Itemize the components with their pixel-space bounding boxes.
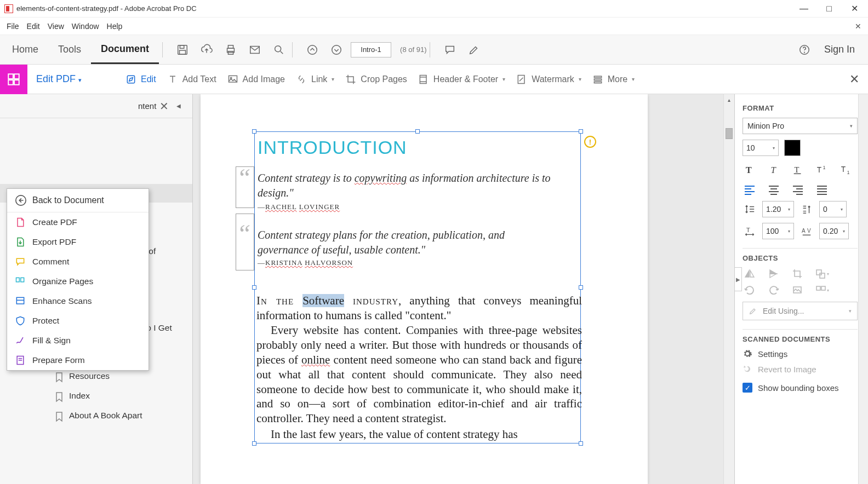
italic-icon[interactable]: T: [767, 164, 781, 176]
rotate-cw-icon[interactable]: [767, 284, 781, 296]
page-input[interactable]: Intro-1: [351, 42, 391, 57]
page-up-icon[interactable]: [302, 40, 322, 60]
align-justify-icon[interactable]: [815, 183, 829, 195]
add-text-tool[interactable]: Add Text: [167, 74, 216, 85]
watermark-tool[interactable]: Watermark▾: [516, 74, 581, 85]
superscript-icon[interactable]: T1: [815, 164, 829, 176]
close-button[interactable]: ✕: [849, 4, 859, 14]
tool-protect[interactable]: Protect: [7, 311, 149, 331]
align-objects-icon[interactable]: ▾: [815, 284, 829, 296]
search-icon[interactable]: [269, 40, 289, 60]
bookmark-item[interactable]: Index: [0, 387, 192, 406]
svg-rect-16: [127, 76, 134, 83]
doc-body[interactable]: In the last few years, the value of cont…: [256, 427, 582, 442]
tab-document[interactable]: Document: [91, 36, 159, 64]
document-close-icon[interactable]: ✕: [855, 22, 861, 31]
main-tabs: Home Tools Document Intro-1 (8 of 91) Si…: [0, 35, 868, 65]
collapse-icon[interactable]: ◀: [176, 103, 181, 109]
replace-image-icon[interactable]: [791, 284, 805, 296]
tool-comment[interactable]: Comment: [7, 252, 149, 272]
tool-fill-sign[interactable]: Fill & Sign: [7, 331, 149, 350]
doc-attribution[interactable]: —KRISTINA HALVORSON: [258, 258, 353, 267]
right-panel-scrollbar[interactable]: [858, 94, 868, 484]
tool-prepare-form[interactable]: Prepare Form: [7, 350, 149, 370]
pdf-page[interactable]: ! INTRODUCTION “ “ Content strategy is t…: [201, 94, 648, 484]
edit-pdf-icon[interactable]: [0, 65, 27, 94]
back-to-document[interactable]: Back to Document: [7, 189, 149, 212]
tab-tools[interactable]: Tools: [48, 36, 91, 63]
tool-create-pdf[interactable]: Create PDF: [7, 212, 149, 232]
revert-to-image-row: Revert to Image: [743, 364, 860, 374]
doc-body[interactable]: In the Software industry, anything that …: [256, 293, 582, 323]
font-family-select[interactable]: Minion Pro▾: [743, 118, 858, 134]
close-edit-panel-icon[interactable]: ✕: [849, 72, 859, 87]
warning-badge-icon[interactable]: !: [584, 136, 596, 148]
align-left-icon[interactable]: [743, 183, 757, 195]
save-icon[interactable]: [173, 40, 192, 60]
crop-object-icon[interactable]: [791, 268, 805, 280]
document-viewport[interactable]: ! INTRODUCTION “ “ Content strategy is t…: [193, 94, 734, 484]
tool-export-pdf[interactable]: Export PDF: [7, 232, 149, 252]
line-spacing-input[interactable]: 1.20▾: [762, 201, 794, 217]
prepare-form-icon: [15, 355, 26, 366]
horiz-scale-input[interactable]: 100▾: [762, 223, 794, 239]
bold-icon[interactable]: T: [743, 164, 757, 176]
menu-help[interactable]: Help: [107, 22, 123, 31]
rotate-ccw-icon[interactable]: [743, 284, 757, 296]
doc-body[interactable]: Every website has content. Companies wit…: [256, 323, 582, 426]
add-image-tool[interactable]: Add Image: [227, 74, 285, 85]
text-color-picker[interactable]: [784, 140, 801, 156]
doc-heading[interactable]: INTRODUCTION: [258, 137, 407, 158]
help-icon[interactable]: [795, 40, 814, 60]
menu-edit[interactable]: Edit: [27, 22, 40, 31]
font-size-input[interactable]: 10▾: [743, 140, 779, 156]
edit-using-select[interactable]: Edit Using... ▾: [743, 302, 858, 320]
tool-organize-pages[interactable]: Organize Pages: [7, 272, 149, 291]
arrange-icon[interactable]: ▾: [815, 268, 829, 280]
header-footer-tool[interactable]: Header & Footer▾: [418, 74, 505, 85]
flip-horizontal-icon[interactable]: [743, 268, 757, 280]
tab-home[interactable]: Home: [2, 36, 48, 63]
settings-row[interactable]: Settings: [743, 349, 860, 359]
align-center-icon[interactable]: [767, 183, 781, 195]
tool-enhance-scans[interactable]: Enhance Scans: [7, 291, 149, 311]
para-spacing-input[interactable]: 0▾: [819, 201, 847, 217]
svg-rect-60: [816, 270, 821, 275]
close-bookmarks-icon[interactable]: ✕: [159, 100, 169, 113]
link-tool[interactable]: Link▾: [296, 74, 334, 85]
show-bounding-boxes-row[interactable]: ✓ Show bounding boxes: [743, 383, 860, 393]
align-right-icon[interactable]: [791, 183, 805, 195]
checkbox-icon[interactable]: ✓: [743, 383, 752, 393]
flip-vertical-icon[interactable]: [767, 268, 781, 280]
menu-file[interactable]: File: [7, 22, 19, 31]
bookmark-item[interactable]: About A Book Apart: [0, 406, 192, 426]
scrollbar[interactable]: ▴: [723, 94, 734, 484]
more-tool[interactable]: More▾: [592, 74, 635, 85]
mail-icon[interactable]: [245, 40, 265, 60]
subscript-icon[interactable]: T1: [839, 164, 853, 176]
minimize-button[interactable]: —: [799, 4, 809, 14]
menu-view[interactable]: View: [48, 22, 64, 31]
window-title: elements-of-content-strategy.pdf - Adobe…: [16, 4, 197, 13]
underline-icon[interactable]: T: [791, 164, 805, 176]
maximize-button[interactable]: □: [824, 4, 834, 14]
doc-attribution[interactable]: —RACHEL LOVINGER: [258, 203, 340, 211]
doc-quote[interactable]: Content strategy is to copywriting as in…: [258, 171, 553, 200]
doc-quote[interactable]: Content strategy plans for the creation,…: [258, 228, 553, 257]
highlighter-icon[interactable]: [464, 40, 484, 60]
print-icon[interactable]: [221, 40, 241, 60]
scrollbar-thumb[interactable]: [726, 128, 733, 139]
svg-point-11: [804, 52, 804, 53]
comment-bubble-icon[interactable]: [440, 40, 460, 60]
edit-pdf-label[interactable]: Edit PDF ▾: [36, 73, 82, 85]
sign-in-link[interactable]: Sign In: [824, 44, 855, 55]
svg-text:1: 1: [847, 170, 850, 175]
char-spacing-input[interactable]: 0.20▾: [819, 223, 849, 239]
crop-pages-tool[interactable]: Crop Pages: [345, 74, 407, 85]
edit-tool[interactable]: Edit: [125, 74, 156, 85]
collapse-right-panel[interactable]: ▶: [734, 267, 742, 291]
page-down-icon[interactable]: [327, 40, 346, 60]
scroll-up-icon[interactable]: ▴: [724, 94, 734, 105]
menu-window[interactable]: Window: [72, 22, 99, 31]
cloud-upload-icon[interactable]: [197, 40, 216, 60]
